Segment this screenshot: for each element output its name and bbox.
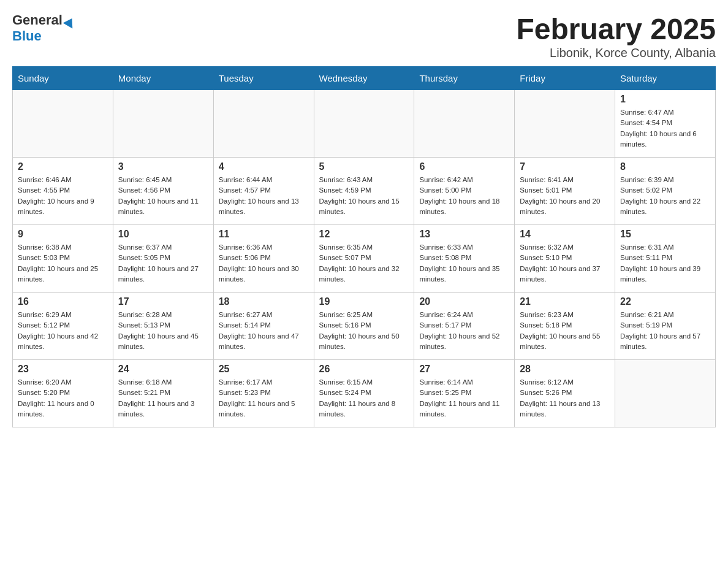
day-number: 12	[319, 229, 409, 240]
day-info: Sunrise: 6:24 AM Sunset: 5:17 PM Dayligh…	[419, 310, 509, 352]
calendar-cell: 16Sunrise: 6:29 AM Sunset: 5:12 PM Dayli…	[13, 293, 113, 360]
calendar-cell: 13Sunrise: 6:33 AM Sunset: 5:08 PM Dayli…	[414, 225, 515, 293]
calendar-cell	[515, 90, 615, 158]
calendar-cell: 23Sunrise: 6:20 AM Sunset: 5:20 PM Dayli…	[13, 360, 113, 427]
day-info: Sunrise: 6:27 AM Sunset: 5:14 PM Dayligh…	[219, 310, 309, 352]
calendar-cell: 7Sunrise: 6:41 AM Sunset: 5:01 PM Daylig…	[515, 158, 615, 225]
calendar-week-row: 9Sunrise: 6:38 AM Sunset: 5:03 PM Daylig…	[13, 225, 716, 293]
calendar-cell	[314, 90, 414, 158]
day-info: Sunrise: 6:44 AM Sunset: 4:57 PM Dayligh…	[219, 175, 309, 217]
day-number: 24	[118, 364, 208, 375]
day-info: Sunrise: 6:14 AM Sunset: 5:25 PM Dayligh…	[419, 377, 509, 419]
calendar-body: 1Sunrise: 6:47 AM Sunset: 4:54 PM Daylig…	[13, 90, 716, 427]
calendar-header: SundayMondayTuesdayWednesdayThursdayFrid…	[13, 67, 716, 90]
day-number: 17	[118, 296, 208, 307]
weekday-header-friday: Friday	[515, 67, 615, 90]
calendar-cell: 20Sunrise: 6:24 AM Sunset: 5:17 PM Dayli…	[414, 293, 515, 360]
day-number: 18	[219, 296, 309, 307]
day-info: Sunrise: 6:29 AM Sunset: 5:12 PM Dayligh…	[18, 310, 108, 352]
day-number: 21	[520, 296, 610, 307]
day-number: 14	[520, 229, 610, 240]
calendar-cell: 6Sunrise: 6:42 AM Sunset: 5:00 PM Daylig…	[414, 158, 515, 225]
calendar-cell	[213, 90, 314, 158]
day-info: Sunrise: 6:42 AM Sunset: 5:00 PM Dayligh…	[419, 175, 509, 217]
calendar-cell	[113, 90, 213, 158]
day-number: 19	[319, 296, 409, 307]
day-info: Sunrise: 6:46 AM Sunset: 4:55 PM Dayligh…	[18, 175, 108, 217]
weekday-header-saturday: Saturday	[615, 67, 716, 90]
calendar-week-row: 1Sunrise: 6:47 AM Sunset: 4:54 PM Daylig…	[13, 90, 716, 158]
calendar-cell: 9Sunrise: 6:38 AM Sunset: 5:03 PM Daylig…	[13, 225, 113, 293]
calendar-table: SundayMondayTuesdayWednesdayThursdayFrid…	[12, 66, 716, 427]
calendar-cell: 14Sunrise: 6:32 AM Sunset: 5:10 PM Dayli…	[515, 225, 615, 293]
calendar-cell: 27Sunrise: 6:14 AM Sunset: 5:25 PM Dayli…	[414, 360, 515, 427]
calendar-location: Libonik, Korce County, Albania	[516, 46, 716, 60]
day-number: 27	[419, 364, 509, 375]
day-number: 23	[18, 364, 108, 375]
calendar-cell: 17Sunrise: 6:28 AM Sunset: 5:13 PM Dayli…	[113, 293, 213, 360]
calendar-cell: 15Sunrise: 6:31 AM Sunset: 5:11 PM Dayli…	[615, 225, 716, 293]
logo-blue: Blue	[12, 28, 42, 44]
day-number: 15	[620, 229, 710, 240]
calendar-cell: 12Sunrise: 6:35 AM Sunset: 5:07 PM Dayli…	[314, 225, 414, 293]
day-info: Sunrise: 6:39 AM Sunset: 5:02 PM Dayligh…	[620, 175, 710, 217]
day-number: 26	[319, 364, 409, 375]
day-info: Sunrise: 6:43 AM Sunset: 4:59 PM Dayligh…	[319, 175, 409, 217]
calendar-cell: 22Sunrise: 6:21 AM Sunset: 5:19 PM Dayli…	[615, 293, 716, 360]
calendar-cell: 19Sunrise: 6:25 AM Sunset: 5:16 PM Dayli…	[314, 293, 414, 360]
calendar-cell: 3Sunrise: 6:45 AM Sunset: 4:56 PM Daylig…	[113, 158, 213, 225]
calendar-cell: 1Sunrise: 6:47 AM Sunset: 4:54 PM Daylig…	[615, 90, 716, 158]
day-info: Sunrise: 6:31 AM Sunset: 5:11 PM Dayligh…	[620, 242, 710, 285]
day-number: 3	[118, 161, 208, 172]
day-number: 16	[18, 296, 108, 307]
day-info: Sunrise: 6:37 AM Sunset: 5:05 PM Dayligh…	[118, 242, 208, 285]
day-info: Sunrise: 6:32 AM Sunset: 5:10 PM Dayligh…	[520, 242, 610, 285]
calendar-week-row: 2Sunrise: 6:46 AM Sunset: 4:55 PM Daylig…	[13, 158, 716, 225]
weekday-header-thursday: Thursday	[414, 67, 515, 90]
day-number: 4	[219, 161, 309, 172]
calendar-cell	[615, 360, 716, 427]
day-info: Sunrise: 6:28 AM Sunset: 5:13 PM Dayligh…	[118, 310, 208, 352]
calendar-title: February 2025	[516, 12, 716, 46]
day-info: Sunrise: 6:41 AM Sunset: 5:01 PM Dayligh…	[520, 175, 610, 217]
day-info: Sunrise: 6:23 AM Sunset: 5:18 PM Dayligh…	[520, 310, 610, 352]
logo: General Blue	[12, 12, 75, 44]
day-number: 6	[419, 161, 509, 172]
calendar-cell: 8Sunrise: 6:39 AM Sunset: 5:02 PM Daylig…	[615, 158, 716, 225]
day-info: Sunrise: 6:25 AM Sunset: 5:16 PM Dayligh…	[319, 310, 409, 352]
page-header: General Blue February 2025 Libonik, Korc…	[12, 12, 716, 60]
calendar-cell: 21Sunrise: 6:23 AM Sunset: 5:18 PM Dayli…	[515, 293, 615, 360]
calendar-cell	[414, 90, 515, 158]
day-info: Sunrise: 6:47 AM Sunset: 4:54 PM Dayligh…	[620, 107, 710, 150]
calendar-cell: 28Sunrise: 6:12 AM Sunset: 5:26 PM Dayli…	[515, 360, 615, 427]
calendar-cell: 4Sunrise: 6:44 AM Sunset: 4:57 PM Daylig…	[213, 158, 314, 225]
day-info: Sunrise: 6:21 AM Sunset: 5:19 PM Dayligh…	[620, 310, 710, 352]
day-info: Sunrise: 6:15 AM Sunset: 5:24 PM Dayligh…	[319, 377, 409, 419]
logo-general: General	[12, 12, 63, 28]
day-number: 10	[118, 229, 208, 240]
day-number: 2	[18, 161, 108, 172]
day-info: Sunrise: 6:36 AM Sunset: 5:06 PM Dayligh…	[219, 242, 309, 285]
day-number: 1	[620, 94, 710, 105]
calendar-week-row: 23Sunrise: 6:20 AM Sunset: 5:20 PM Dayli…	[13, 360, 716, 427]
calendar-cell: 10Sunrise: 6:37 AM Sunset: 5:05 PM Dayli…	[113, 225, 213, 293]
day-number: 8	[620, 161, 710, 172]
calendar-cell: 18Sunrise: 6:27 AM Sunset: 5:14 PM Dayli…	[213, 293, 314, 360]
logo-text: General	[12, 12, 75, 28]
day-info: Sunrise: 6:35 AM Sunset: 5:07 PM Dayligh…	[319, 242, 409, 285]
day-number: 9	[18, 229, 108, 240]
weekday-header-row: SundayMondayTuesdayWednesdayThursdayFrid…	[13, 67, 716, 90]
day-number: 7	[520, 161, 610, 172]
day-number: 13	[419, 229, 509, 240]
weekday-header-monday: Monday	[113, 67, 213, 90]
weekday-header-sunday: Sunday	[13, 67, 113, 90]
calendar-cell: 11Sunrise: 6:36 AM Sunset: 5:06 PM Dayli…	[213, 225, 314, 293]
calendar-cell: 24Sunrise: 6:18 AM Sunset: 5:21 PM Dayli…	[113, 360, 213, 427]
day-info: Sunrise: 6:12 AM Sunset: 5:26 PM Dayligh…	[520, 377, 610, 419]
calendar-cell: 2Sunrise: 6:46 AM Sunset: 4:55 PM Daylig…	[13, 158, 113, 225]
day-info: Sunrise: 6:38 AM Sunset: 5:03 PM Dayligh…	[18, 242, 108, 285]
calendar-cell: 26Sunrise: 6:15 AM Sunset: 5:24 PM Dayli…	[314, 360, 414, 427]
day-info: Sunrise: 6:20 AM Sunset: 5:20 PM Dayligh…	[18, 377, 108, 419]
day-info: Sunrise: 6:17 AM Sunset: 5:23 PM Dayligh…	[219, 377, 309, 419]
day-info: Sunrise: 6:33 AM Sunset: 5:08 PM Dayligh…	[419, 242, 509, 285]
